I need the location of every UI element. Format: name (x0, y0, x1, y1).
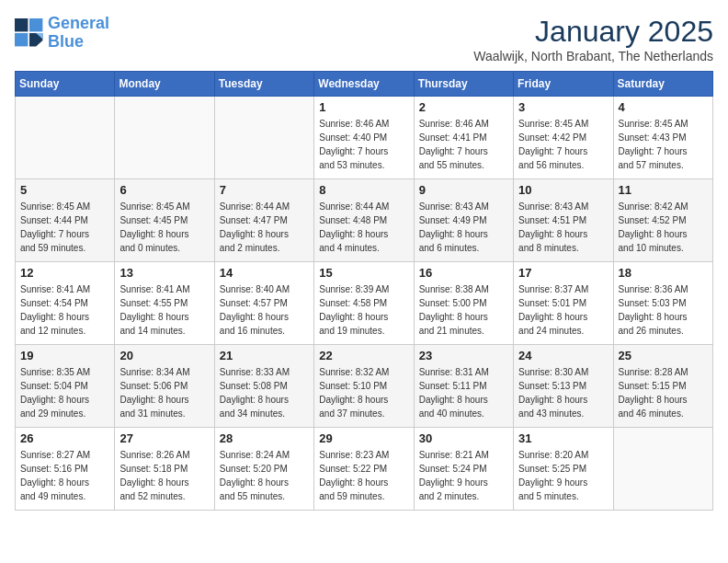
day-number: 17 (518, 266, 608, 280)
calendar-week-row: 19Sunrise: 8:35 AMSunset: 5:04 PMDayligh… (16, 345, 713, 428)
svg-rect-0 (15, 18, 28, 31)
weekday-header: Friday (514, 72, 613, 97)
day-number: 10 (518, 183, 608, 197)
day-number: 22 (319, 349, 408, 362)
calendar-cell: 21Sunrise: 8:33 AMSunset: 5:08 PMDayligh… (214, 345, 313, 428)
day-info: Sunrise: 8:44 AMSunset: 4:48 PMDaylight:… (319, 200, 408, 255)
location: Waalwijk, North Brabant, The Netherlands (473, 49, 713, 63)
logo-text: General Blue (48, 15, 109, 52)
day-info: Sunrise: 8:35 AMSunset: 5:04 PMDaylight:… (20, 365, 109, 420)
calendar-cell: 5Sunrise: 8:45 AMSunset: 4:44 PMDaylight… (16, 179, 115, 262)
calendar-cell: 22Sunrise: 8:32 AMSunset: 5:10 PMDayligh… (314, 345, 414, 428)
weekday-header: Sunday (16, 72, 115, 97)
day-info: Sunrise: 8:27 AMSunset: 5:16 PMDaylight:… (20, 448, 109, 503)
calendar-cell: 26Sunrise: 8:27 AMSunset: 5:16 PMDayligh… (16, 428, 115, 511)
day-info: Sunrise: 8:41 AMSunset: 4:54 PMDaylight:… (20, 282, 109, 338)
weekday-header: Tuesday (214, 72, 313, 97)
day-number: 31 (518, 431, 608, 445)
day-number: 7 (220, 183, 309, 197)
day-info: Sunrise: 8:21 AMSunset: 5:24 PMDaylight:… (419, 448, 508, 503)
calendar-cell: 14Sunrise: 8:40 AMSunset: 4:57 PMDayligh… (214, 262, 313, 345)
calendar-cell: 27Sunrise: 8:26 AMSunset: 5:18 PMDayligh… (115, 428, 214, 511)
weekday-header-row: SundayMondayTuesdayWednesdayThursdayFrid… (16, 72, 713, 97)
calendar-cell: 3Sunrise: 8:45 AMSunset: 4:42 PMDaylight… (514, 97, 613, 179)
calendar-cell: 31Sunrise: 8:20 AMSunset: 5:25 PMDayligh… (514, 428, 613, 511)
calendar-week-row: 12Sunrise: 8:41 AMSunset: 4:54 PMDayligh… (16, 262, 713, 345)
calendar-week-row: 26Sunrise: 8:27 AMSunset: 5:16 PMDayligh… (16, 428, 713, 511)
day-number: 24 (518, 349, 608, 362)
day-number: 6 (119, 183, 209, 197)
calendar-cell: 9Sunrise: 8:43 AMSunset: 4:49 PMDaylight… (414, 179, 513, 262)
calendar-cell: 25Sunrise: 8:28 AMSunset: 5:15 PMDayligh… (613, 345, 712, 428)
day-number: 9 (419, 183, 508, 197)
day-number: 21 (220, 349, 309, 362)
calendar-cell: 11Sunrise: 8:42 AMSunset: 4:52 PMDayligh… (613, 179, 712, 262)
day-info: Sunrise: 8:45 AMSunset: 4:42 PMDaylight:… (518, 117, 608, 172)
day-info: Sunrise: 8:43 AMSunset: 4:49 PMDaylight:… (419, 200, 508, 255)
calendar-table: SundayMondayTuesdayWednesdayThursdayFrid… (15, 71, 713, 511)
calendar-cell: 19Sunrise: 8:35 AMSunset: 5:04 PMDayligh… (16, 345, 115, 428)
day-number: 16 (419, 266, 508, 280)
weekday-header: Saturday (613, 72, 712, 97)
day-info: Sunrise: 8:23 AMSunset: 5:22 PMDaylight:… (319, 448, 408, 503)
calendar-cell: 13Sunrise: 8:41 AMSunset: 4:55 PMDayligh… (115, 262, 214, 345)
calendar-cell: 24Sunrise: 8:30 AMSunset: 5:13 PMDayligh… (514, 345, 613, 428)
day-number: 8 (319, 183, 408, 197)
calendar-week-row: 1Sunrise: 8:46 AMSunset: 4:40 PMDaylight… (16, 97, 713, 179)
month-title: January 2025 (473, 15, 713, 49)
day-info: Sunrise: 8:20 AMSunset: 5:25 PMDaylight:… (518, 448, 608, 503)
day-number: 23 (419, 349, 508, 362)
day-info: Sunrise: 8:34 AMSunset: 5:06 PMDaylight:… (119, 365, 209, 420)
day-info: Sunrise: 8:44 AMSunset: 4:47 PMDaylight:… (220, 200, 309, 255)
calendar-cell: 30Sunrise: 8:21 AMSunset: 5:24 PMDayligh… (414, 428, 513, 511)
day-number: 13 (119, 266, 209, 280)
day-info: Sunrise: 8:32 AMSunset: 5:10 PMDaylight:… (319, 365, 408, 420)
day-number: 27 (119, 431, 209, 445)
day-number: 11 (619, 183, 708, 197)
calendar-cell: 4Sunrise: 8:45 AMSunset: 4:43 PMDaylight… (613, 97, 712, 179)
day-info: Sunrise: 8:40 AMSunset: 4:57 PMDaylight:… (220, 282, 309, 338)
calendar-cell: 12Sunrise: 8:41 AMSunset: 4:54 PMDayligh… (16, 262, 115, 345)
day-info: Sunrise: 8:30 AMSunset: 5:13 PMDaylight:… (518, 365, 608, 420)
day-number: 19 (20, 349, 109, 362)
day-number: 4 (619, 100, 708, 114)
day-number: 1 (319, 100, 408, 114)
calendar-cell: 15Sunrise: 8:39 AMSunset: 4:58 PMDayligh… (314, 262, 414, 345)
calendar-cell: 8Sunrise: 8:44 AMSunset: 4:48 PMDaylight… (314, 179, 414, 262)
calendar-cell: 18Sunrise: 8:36 AMSunset: 5:03 PMDayligh… (613, 262, 712, 345)
day-number: 2 (419, 100, 508, 114)
day-number: 12 (20, 266, 109, 280)
weekday-header: Monday (115, 72, 214, 97)
day-info: Sunrise: 8:46 AMSunset: 4:41 PMDaylight:… (419, 117, 508, 172)
day-number: 18 (619, 266, 708, 280)
day-info: Sunrise: 8:46 AMSunset: 4:40 PMDaylight:… (319, 117, 408, 172)
day-number: 26 (20, 431, 109, 445)
day-info: Sunrise: 8:24 AMSunset: 5:20 PMDaylight:… (220, 448, 309, 503)
calendar-cell: 23Sunrise: 8:31 AMSunset: 5:11 PMDayligh… (414, 345, 513, 428)
calendar-cell: 6Sunrise: 8:45 AMSunset: 4:45 PMDaylight… (115, 179, 214, 262)
page-header: General Blue January 2025 Waalwijk, Nort… (15, 15, 713, 63)
title-block: January 2025 Waalwijk, North Brabant, Th… (473, 15, 713, 63)
day-number: 15 (319, 266, 408, 280)
day-info: Sunrise: 8:43 AMSunset: 4:51 PMDaylight:… (518, 200, 608, 255)
day-info: Sunrise: 8:39 AMSunset: 4:58 PMDaylight:… (319, 282, 408, 338)
day-info: Sunrise: 8:45 AMSunset: 4:43 PMDaylight:… (619, 117, 708, 172)
calendar-cell: 20Sunrise: 8:34 AMSunset: 5:06 PMDayligh… (115, 345, 214, 428)
svg-rect-1 (29, 18, 42, 31)
day-info: Sunrise: 8:37 AMSunset: 5:01 PMDaylight:… (518, 282, 608, 338)
day-number: 30 (419, 431, 508, 445)
day-number: 3 (518, 100, 608, 114)
day-info: Sunrise: 8:38 AMSunset: 5:00 PMDaylight:… (419, 282, 508, 338)
calendar-cell (115, 97, 214, 179)
day-info: Sunrise: 8:42 AMSunset: 4:52 PMDaylight:… (619, 200, 708, 255)
day-number: 25 (619, 349, 708, 362)
day-info: Sunrise: 8:31 AMSunset: 5:11 PMDaylight:… (419, 365, 508, 420)
calendar-cell (214, 97, 313, 179)
day-info: Sunrise: 8:26 AMSunset: 5:18 PMDaylight:… (119, 448, 209, 503)
logo: General Blue (15, 15, 109, 52)
day-number: 5 (20, 183, 109, 197)
calendar-cell: 10Sunrise: 8:43 AMSunset: 4:51 PMDayligh… (514, 179, 613, 262)
day-info: Sunrise: 8:45 AMSunset: 4:44 PMDaylight:… (20, 200, 109, 255)
day-number: 20 (119, 349, 209, 362)
logo-icon (15, 18, 44, 48)
